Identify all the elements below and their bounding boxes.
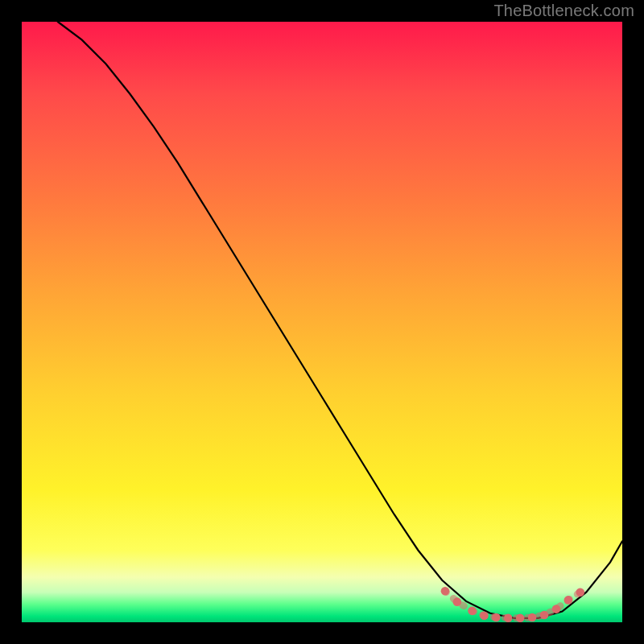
highlight-dot <box>453 597 462 606</box>
highlight-dot <box>480 611 489 620</box>
attribution-text: TheBottleneck.com <box>493 2 634 20</box>
highlight-dot <box>552 605 561 613</box>
highlight-dot <box>516 613 525 622</box>
highlight-dot <box>528 613 537 622</box>
highlight-dot <box>468 607 477 616</box>
highlight-dot <box>540 611 549 620</box>
highlight-dot <box>564 596 573 605</box>
highlight-dot <box>441 587 450 596</box>
bottleneck-curve <box>58 22 622 618</box>
plot-area <box>22 22 622 622</box>
chart-frame: TheBottleneck.com <box>0 0 644 644</box>
curve-layer <box>22 22 622 622</box>
highlight-dot <box>492 613 501 622</box>
highlight-dot <box>576 588 584 597</box>
highlight-dot <box>504 613 513 622</box>
